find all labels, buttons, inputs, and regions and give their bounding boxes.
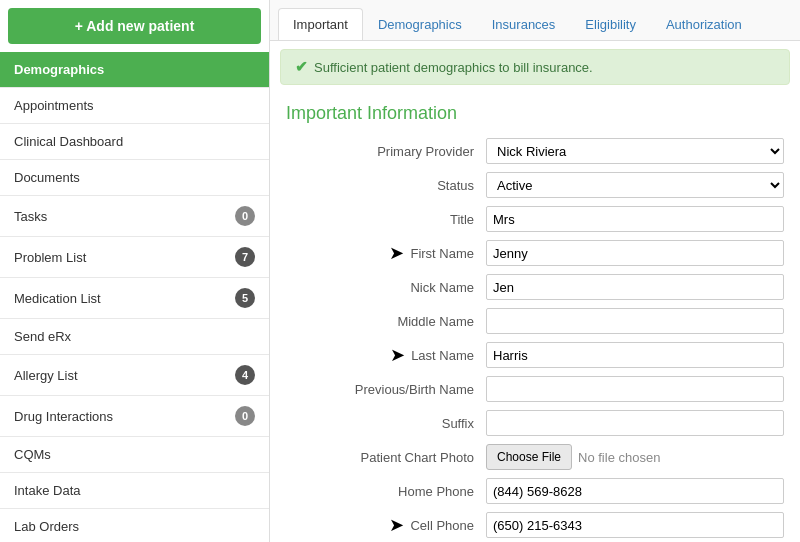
first-name-arrow: ➤ — [389, 242, 404, 264]
title-label: Title — [286, 212, 486, 227]
sidebar-item-clinical-dashboard[interactable]: Clinical Dashboard — [0, 124, 269, 160]
suffix-label: Suffix — [286, 416, 486, 431]
first-name-input[interactable] — [486, 240, 784, 266]
form-section: Important Information Primary Provider N… — [270, 93, 800, 542]
cell-phone-input[interactable] — [486, 512, 784, 538]
choose-file-button[interactable]: Choose File — [486, 444, 572, 470]
previous-birth-name-label: Previous/Birth Name — [286, 382, 486, 397]
home-phone-input[interactable] — [486, 478, 784, 504]
sidebar-badge: 0 — [235, 406, 255, 426]
sidebar-badge: 0 — [235, 206, 255, 226]
nick-name-row: Nick Name — [286, 274, 784, 300]
cell-phone-row: ➤ Cell Phone — [286, 512, 784, 538]
sidebar-item-label: Lab Orders — [14, 519, 79, 534]
home-phone-label: Home Phone — [286, 484, 486, 499]
title-input[interactable] — [486, 206, 784, 232]
sidebar-item-label: Tasks — [14, 209, 47, 224]
last-name-label: ➤ Last Name — [286, 344, 486, 366]
patient-chart-photo-row: Patient Chart Photo Choose File No file … — [286, 444, 784, 470]
status-row: Status Active — [286, 172, 784, 198]
main-content: ImportantDemographicsInsurancesEligibili… — [270, 0, 800, 542]
home-phone-row: Home Phone — [286, 478, 784, 504]
sidebar-item-label: CQMs — [14, 447, 51, 462]
sidebar-item-label: Medication List — [14, 291, 101, 306]
check-icon: ✔ — [295, 58, 308, 76]
sidebar-nav: DemographicsAppointmentsClinical Dashboa… — [0, 52, 269, 542]
sidebar-item-allergy-list[interactable]: Allergy List4 — [0, 355, 269, 396]
sidebar-item-lab-orders[interactable]: Lab Orders — [0, 509, 269, 542]
section-title: Important Information — [286, 103, 784, 124]
sidebar-item-label: Send eRx — [14, 329, 71, 344]
sidebar-badge: 7 — [235, 247, 255, 267]
primary-provider-label: Primary Provider — [286, 144, 486, 159]
sidebar-item-label: Clinical Dashboard — [14, 134, 123, 149]
sidebar: + Add new patient DemographicsAppointmen… — [0, 0, 270, 542]
file-upload-row: Choose File No file chosen — [486, 444, 784, 470]
tab-insurances[interactable]: Insurances — [477, 8, 571, 40]
sidebar-item-medication-list[interactable]: Medication List5 — [0, 278, 269, 319]
sidebar-item-send-erx[interactable]: Send eRx — [0, 319, 269, 355]
middle-name-input[interactable] — [486, 308, 784, 334]
alert-banner: ✔ Sufficient patient demographics to bil… — [280, 49, 790, 85]
first-name-label: ➤ First Name — [286, 242, 486, 264]
sidebar-item-label: Drug Interactions — [14, 409, 113, 424]
add-patient-button[interactable]: + Add new patient — [8, 8, 261, 44]
sidebar-item-documents[interactable]: Documents — [0, 160, 269, 196]
sidebar-item-cqms[interactable]: CQMs — [0, 437, 269, 473]
sidebar-item-label: Allergy List — [14, 368, 78, 383]
tab-bar: ImportantDemographicsInsurancesEligibili… — [270, 0, 800, 41]
sidebar-item-intake-data[interactable]: Intake Data — [0, 473, 269, 509]
title-row: Title — [286, 206, 784, 232]
previous-birth-name-input[interactable] — [486, 376, 784, 402]
cell-phone-arrow: ➤ — [389, 514, 404, 536]
nick-name-label: Nick Name — [286, 280, 486, 295]
primary-provider-select[interactable]: Nick Riviera — [486, 138, 784, 164]
middle-name-row: Middle Name — [286, 308, 784, 334]
sidebar-badge: 4 — [235, 365, 255, 385]
tab-eligibility[interactable]: Eligibility — [570, 8, 651, 40]
sidebar-item-demographics[interactable]: Demographics — [0, 52, 269, 88]
sidebar-item-appointments[interactable]: Appointments — [0, 88, 269, 124]
sidebar-item-drug-interactions[interactable]: Drug Interactions0 — [0, 396, 269, 437]
app-container: + Add new patient DemographicsAppointmen… — [0, 0, 800, 542]
nick-name-input[interactable] — [486, 274, 784, 300]
last-name-arrow: ➤ — [390, 344, 405, 366]
sidebar-item-label: Documents — [14, 170, 80, 185]
sidebar-badge: 5 — [235, 288, 255, 308]
status-label: Status — [286, 178, 486, 193]
sidebar-item-problem-list[interactable]: Problem List7 — [0, 237, 269, 278]
status-select[interactable]: Active — [486, 172, 784, 198]
tab-authorization[interactable]: Authorization — [651, 8, 757, 40]
suffix-input[interactable] — [486, 410, 784, 436]
sidebar-item-tasks[interactable]: Tasks0 — [0, 196, 269, 237]
sidebar-item-label: Appointments — [14, 98, 94, 113]
cell-phone-label: ➤ Cell Phone — [286, 514, 486, 536]
last-name-input[interactable] — [486, 342, 784, 368]
alert-message: Sufficient patient demographics to bill … — [314, 60, 593, 75]
sidebar-item-label: Demographics — [14, 62, 104, 77]
suffix-row: Suffix — [286, 410, 784, 436]
first-name-row: ➤ First Name — [286, 240, 784, 266]
tab-important[interactable]: Important — [278, 8, 363, 40]
sidebar-item-label: Problem List — [14, 250, 86, 265]
last-name-row: ➤ Last Name — [286, 342, 784, 368]
previous-birth-name-row: Previous/Birth Name — [286, 376, 784, 402]
no-file-text: No file chosen — [578, 450, 660, 465]
tab-demographics[interactable]: Demographics — [363, 8, 477, 40]
middle-name-label: Middle Name — [286, 314, 486, 329]
primary-provider-row: Primary Provider Nick Riviera — [286, 138, 784, 164]
sidebar-item-label: Intake Data — [14, 483, 81, 498]
patient-chart-photo-label: Patient Chart Photo — [286, 450, 486, 465]
